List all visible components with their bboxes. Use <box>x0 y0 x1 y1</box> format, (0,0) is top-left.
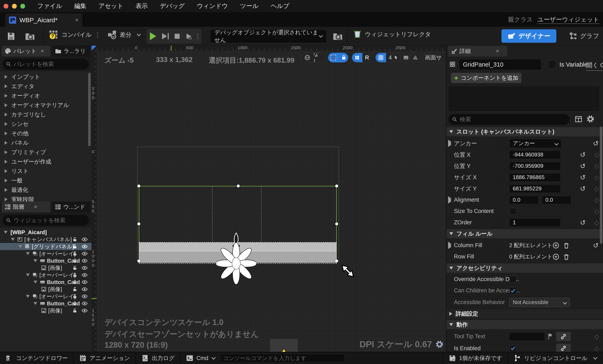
can-children-checkbox[interactable] <box>510 287 516 294</box>
tree-row-image[interactable]: [画像] <box>0 286 92 293</box>
bind-diamond-icon[interactable]: ◇ <box>594 333 599 340</box>
zorder-input[interactable]: 1 <box>509 218 561 227</box>
flip-preview-toggle[interactable] <box>411 53 420 62</box>
select-cursor-toggle[interactable] <box>392 53 401 62</box>
designer-viewport[interactable]: 0 500 1000 1500 2000 2500 500 0 500 1000… <box>92 46 446 352</box>
menu-view[interactable]: 表示 <box>136 2 148 10</box>
resize-handle-sw[interactable] <box>137 259 140 262</box>
revision-control-button[interactable]: リビジョンコントロール <box>508 352 603 364</box>
unlock-icon[interactable] <box>72 237 78 242</box>
visibility-eye-icon[interactable] <box>81 294 88 299</box>
add-component-button[interactable]: + コンポーネントを追加 <box>451 73 521 83</box>
size-to-content-checkbox[interactable] <box>510 208 516 215</box>
hierarchy-search-input[interactable] <box>14 217 85 224</box>
debug-object-dropdown[interactable]: デバッグオブジェクトが選択されていません <box>210 30 327 43</box>
palette-tab-close-icon[interactable]: × <box>41 48 44 54</box>
palette-category[interactable]: カテゴリなし <box>0 110 88 119</box>
hierarchy-tab-close-icon[interactable]: × <box>34 204 37 210</box>
open-grid-link[interactable]: 開く Gri <box>586 61 603 71</box>
card-widget-preview[interactable] <box>270 339 298 352</box>
parent-class-link[interactable]: ユーザーウィジェット <box>537 16 599 24</box>
content-drawer-button[interactable]: コンテンツドロワー <box>0 352 73 364</box>
add-element-icon[interactable] <box>552 253 559 260</box>
graph-mode-button[interactable]: グラフ <box>569 29 599 43</box>
reset-icon[interactable]: ↺ <box>593 140 599 147</box>
browse-asset-button[interactable] <box>25 31 35 41</box>
tooltip-text-input[interactable] <box>509 332 545 341</box>
palette-category[interactable]: オーディオマテリアル <box>0 100 88 110</box>
alignment-x-input[interactable]: 0.0 <box>509 196 538 204</box>
anchor-dropdown[interactable]: アンカー <box>509 139 562 148</box>
visibility-eye-icon[interactable] <box>81 308 88 313</box>
unsaved-status-button[interactable]: 1個が未保存です <box>443 352 508 364</box>
frame-skip-button[interactable] <box>160 33 171 39</box>
display-filter-icon[interactable] <box>575 115 582 123</box>
section-behavior[interactable]: 動作 <box>446 320 603 329</box>
tab-hierarchy[interactable]: 階層 × <box>2 201 50 212</box>
console-command-field[interactable] <box>220 354 345 362</box>
resize-handle-n[interactable] <box>237 185 240 188</box>
widget-reflector-button[interactable]: ウィジェットリフレクタ <box>353 30 431 39</box>
reset-icon[interactable]: ↺ <box>580 151 586 159</box>
palette-category[interactable]: 最適化 <box>0 185 88 195</box>
unlock-icon[interactable] <box>72 301 78 306</box>
tree-row-button-card-drag[interactable]: Button_Card_Dra <box>0 257 92 264</box>
palette-category[interactable]: プリミティブ <box>0 147 88 157</box>
palette-category[interactable]: 一般 <box>0 176 88 185</box>
tree-row-button-card-box[interactable]: Button_Card_Bo <box>0 279 92 286</box>
visibility-eye-icon[interactable] <box>81 279 88 285</box>
settings-gear-icon[interactable] <box>586 115 595 123</box>
hierarchy-search[interactable] <box>2 215 89 226</box>
reset-icon[interactable]: ↺ <box>580 219 586 227</box>
widget-name-input[interactable]: GridPanel_310 <box>459 59 541 70</box>
window-zoom-button[interactable] <box>20 4 25 9</box>
add-element-icon[interactable] <box>552 242 559 249</box>
tab-library[interactable]: ラ...ラリ <box>52 46 90 57</box>
resize-handle-se[interactable] <box>335 259 338 262</box>
section-accessibility[interactable]: アクセシビリティ <box>446 263 603 273</box>
bind-diamond-icon[interactable]: ◇ <box>594 196 599 204</box>
window-close-button[interactable] <box>4 4 8 9</box>
section-fill-rules[interactable]: フィル ルール <box>446 229 603 238</box>
details-search[interactable] <box>449 114 569 125</box>
palette-category[interactable]: エディタ <box>0 82 88 91</box>
tree-row-overlay[interactable]: [オーバーレイ] <box>0 271 92 279</box>
bind-diamond-icon[interactable]: ◇ <box>594 162 599 170</box>
bind-diamond-icon[interactable]: ◇ <box>594 151 599 158</box>
bind-diamond-icon[interactable]: ◇ <box>594 174 599 181</box>
browse-debug-object-button[interactable] <box>333 31 343 41</box>
menu-tools[interactable]: ツール <box>240 2 259 10</box>
unlock-icon[interactable] <box>72 279 78 285</box>
dpi-settings-gear-icon[interactable] <box>435 340 444 349</box>
visibility-eye-icon[interactable] <box>81 272 88 278</box>
asset-tab-wbp-aicard[interactable]: WBP_Aicard* × <box>5 13 82 27</box>
resize-handle-ne[interactable] <box>335 185 338 188</box>
visibility-eye-icon[interactable] <box>81 237 88 242</box>
menu-window[interactable]: ウィンドウ <box>197 2 228 10</box>
tree-row-image[interactable]: [画像] <box>0 264 92 271</box>
is-enabled-checkbox[interactable] <box>510 345 516 352</box>
window-minimize-button[interactable] <box>12 4 17 9</box>
alignment-y-input[interactable]: 0.0 <box>542 196 571 204</box>
respect-locks-toggle[interactable]: R <box>352 53 370 62</box>
bind-diamond-icon[interactable]: ◇ <box>594 345 599 352</box>
palette-category[interactable]: シンセ <box>0 119 88 129</box>
tab-close-icon[interactable]: × <box>75 17 79 23</box>
visibility-eye-icon[interactable] <box>81 286 88 292</box>
unlock-icon[interactable] <box>72 251 78 256</box>
unlock-icon[interactable] <box>72 294 78 299</box>
tree-row-image[interactable]: [画像] <box>0 307 92 314</box>
flag-icon[interactable] <box>547 333 554 340</box>
is-variable-checkbox[interactable] <box>548 60 556 68</box>
menu-debug[interactable]: デバッグ <box>160 2 185 10</box>
details-search-input[interactable] <box>460 116 566 123</box>
visibility-eye-icon[interactable] <box>81 258 88 263</box>
palette-category[interactable]: インプット <box>0 72 88 82</box>
console-command-input[interactable] <box>223 355 342 362</box>
menu-help[interactable]: ヘルプ <box>271 2 289 10</box>
tab-details[interactable]: 詳細 × <box>448 46 507 57</box>
menu-asset[interactable]: アセット <box>99 2 124 10</box>
size-x-input[interactable]: 1886.786865 <box>509 173 561 182</box>
unlock-icon[interactable] <box>72 244 78 249</box>
diff-button[interactable]: 差分 <box>107 30 140 40</box>
